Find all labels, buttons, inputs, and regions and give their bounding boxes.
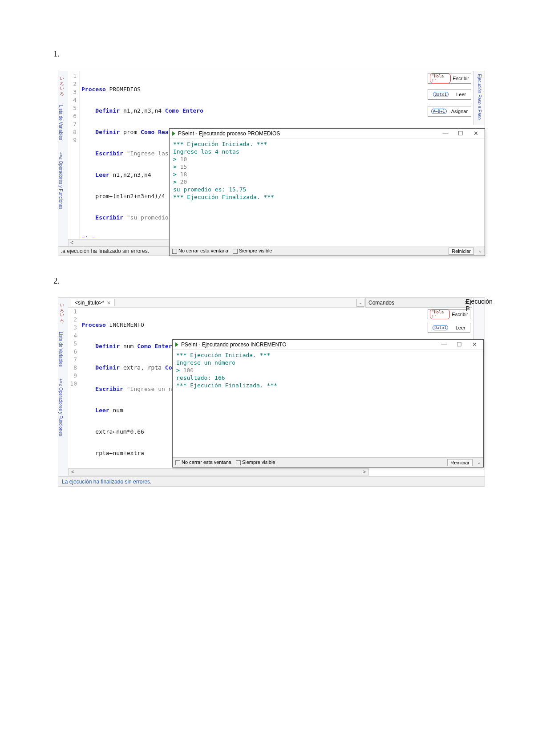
checkbox-siempre[interactable]: [233, 249, 238, 254]
line-num: 7: [68, 356, 80, 364]
checkbox-no-cerrar[interactable]: [172, 249, 177, 254]
console-title: PSeInt - Ejecutando proceso INCREMENTO: [181, 341, 287, 348]
reiniciar-button[interactable]: Reiniciar: [447, 459, 473, 466]
tab-label: <sin_titulo>*: [75, 300, 104, 306]
status-bar: La ejecución ha finalizado sin errores.: [58, 476, 485, 486]
console-line: *** Ejecución Iniciada. ***: [173, 140, 481, 148]
status-text: La ejecución ha finalizado sin errores.: [62, 479, 151, 485]
line-num: 6: [68, 348, 80, 356]
play-icon: [172, 131, 175, 136]
dropdown-icon[interactable]: ⌄: [477, 460, 481, 465]
minimize-button[interactable]: —: [438, 341, 450, 348]
line-number-gutter: 1 2 3 4 5 6 7 8 9: [68, 71, 80, 255]
scroll-left-icon[interactable]: <: [70, 240, 73, 246]
console-line: *** Ejecución Iniciada. ***: [176, 351, 480, 359]
cmd-leer-sample: Dato1: [433, 325, 448, 330]
sidebar-vertical[interactable]: いろいろ Lista de Variables +=≤ Operadores y…: [58, 71, 68, 255]
scroll-right-icon[interactable]: >: [363, 469, 366, 475]
sidebar-section-top[interactable]: いろいろ: [58, 298, 65, 320]
line-num: 2: [68, 80, 79, 88]
cmd-escribir-sample: "Hola !": [430, 309, 450, 319]
console-line: resultado: 166: [176, 374, 480, 382]
console-footer: No cerrar esta ventana Siempre visible R…: [173, 457, 483, 467]
status-text: .a ejecución ha finalizado sin errores.: [61, 248, 149, 254]
console-line: *** Ejecución Finalizada. ***: [173, 193, 481, 201]
sidebar-list-variables[interactable]: Lista de Variables: [58, 329, 63, 367]
dropdown-icon[interactable]: ⌄: [478, 248, 482, 253]
section-number-2: 2.: [53, 276, 60, 286]
play-icon: [175, 342, 178, 347]
tab-dropdown-icon[interactable]: ⌄: [356, 299, 364, 307]
checkbox-no-cerrar[interactable]: [175, 460, 180, 465]
cmd-leer[interactable]: Dato1 Leer: [428, 323, 470, 333]
right-side-label: Ejecución Paso a Paso: [477, 71, 482, 120]
console-titlebar[interactable]: PSeInt - Ejecutando proceso INCREMENTO —…: [173, 340, 483, 350]
line-num: 7: [68, 120, 79, 128]
sidebar-section-top[interactable]: いろいろ: [58, 71, 65, 93]
tab-close-icon[interactable]: ✕: [107, 300, 111, 306]
console-output[interactable]: *** Ejecución Iniciada. *** Ingrese las …: [170, 138, 485, 203]
line-num: 9: [68, 372, 80, 380]
cmd-escribir[interactable]: "Hola !" Escribir: [428, 309, 470, 319]
sidebar-list-variables[interactable]: Lista de Variables: [58, 102, 63, 140]
console-titlebar[interactable]: PSeInt - Ejecutando proceso PROMEDIOS — …: [170, 129, 485, 138]
minimize-button[interactable]: —: [439, 130, 452, 137]
cmd-leer[interactable]: Dato1 Leer: [428, 89, 471, 100]
no-cerrar-label: No cerrar esta ventana: [178, 248, 228, 253]
screenshot-1: いろいろ Lista de Variables +=≤ Operadores y…: [58, 71, 485, 256]
section-number-1: 1.: [53, 49, 60, 59]
no-cerrar-label: No cerrar esta ventana: [182, 459, 231, 465]
console-line: *** Ejecución Finalizada. ***: [176, 382, 480, 389]
sidebar-operators[interactable]: +=≤ Operadores y Funciones: [58, 149, 63, 209]
cmd-leer-label: Leer: [456, 92, 466, 97]
cmd-escribir[interactable]: "Hola !" Escribir: [428, 73, 471, 84]
line-num: 8: [68, 128, 79, 136]
cmd-asignar-sample: A←B+1: [431, 109, 447, 114]
line-number-gutter: 1 2 3 4 5 6 7 8 9 10: [68, 308, 80, 463]
line-num: 9: [68, 136, 79, 144]
right-side-label: Ejecución P: [465, 298, 493, 312]
tab-sin-titulo[interactable]: <sin_titulo>* ✕: [71, 299, 115, 306]
sidebar-operators[interactable]: +=≤ Operadores y Funciones: [58, 376, 63, 436]
sidebar-vertical[interactable]: いろいろ Lista de Variables +=≤ Operadores y…: [58, 298, 68, 486]
cmd-asignar[interactable]: A←B+1 Asignar: [428, 106, 471, 117]
line-num: 6: [68, 112, 79, 120]
siempre-label: Siempre visible: [242, 459, 275, 465]
exec-console: PSeInt - Ejecutando proceso PROMEDIOS — …: [169, 128, 485, 256]
line-num: 5: [68, 340, 80, 348]
line-num: 3: [68, 88, 79, 96]
cmd-escribir-label: Escribir: [453, 76, 469, 81]
cmd-asignar-label: Asignar: [451, 109, 468, 114]
console-output[interactable]: *** Ejecución Iniciada. *** Ingrese un n…: [173, 350, 483, 391]
cmd-leer-sample: Dato1: [433, 92, 449, 97]
horizontal-scroll[interactable]: <: [68, 239, 170, 246]
commands-label: Comandos: [368, 300, 394, 306]
horizontal-scroll[interactable]: < >: [68, 468, 369, 476]
line-num: 3: [68, 324, 80, 332]
line-num: 4: [68, 332, 80, 340]
close-button[interactable]: ✕: [468, 341, 481, 348]
maximize-button[interactable]: ☐: [454, 130, 467, 137]
console-line: su promedio es: 15.75: [173, 186, 481, 193]
close-button[interactable]: ✕: [469, 130, 482, 137]
line-num: 8: [68, 364, 80, 372]
right-side-panel[interactable]: Ejecución Paso a Paso: [473, 71, 485, 125]
cmd-leer-label: Leer: [456, 325, 465, 330]
cmd-escribir-label: Escribir: [452, 312, 468, 317]
line-num: 1: [68, 308, 80, 316]
line-num: 5: [68, 104, 79, 112]
reiniciar-button[interactable]: Reiniciar: [449, 248, 474, 255]
cmd-escribir-sample: "Hola !": [430, 73, 451, 83]
line-num: 1: [68, 72, 79, 80]
maximize-button[interactable]: ☐: [453, 341, 465, 348]
exec-console: PSeInt - Ejecutando proceso INCREMENTO —…: [172, 339, 484, 467]
line-num: 4: [68, 96, 79, 104]
commands-panel-header[interactable]: Comandos ✕: [365, 298, 472, 308]
console-line: Ingrese las 4 notas: [173, 148, 481, 155]
line-num: 2: [68, 316, 80, 324]
console-title: PSeInt - Ejecutando proceso PROMEDIOS: [178, 130, 280, 137]
scroll-left-icon[interactable]: <: [71, 469, 74, 475]
siempre-label: Siempre visible: [239, 248, 272, 253]
checkbox-siempre[interactable]: [236, 460, 241, 465]
tab-row: <sin_titulo>* ✕ ⌄: [68, 298, 364, 308]
